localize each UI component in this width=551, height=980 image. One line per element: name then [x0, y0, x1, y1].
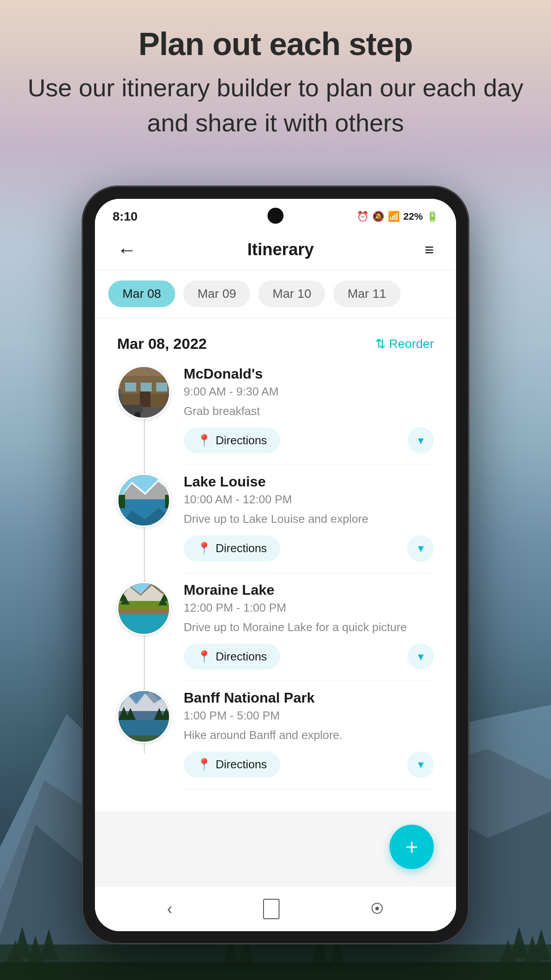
date-header: Mar 08, 2022 ⇅ Reorder — [117, 332, 434, 352]
svg-rect-20 — [0, 962, 551, 980]
svg-rect-49 — [118, 610, 170, 614]
item-note: Grab breakfast — [184, 403, 434, 419]
reorder-button[interactable]: ⇅ Reorder — [375, 336, 434, 351]
nav-title: Itinerary — [248, 240, 314, 259]
directions-button[interactable]: 📍 Directions — [184, 427, 280, 454]
directions-button[interactable]: 📍 Directions — [184, 644, 280, 670]
expand-button[interactable]: ▾ — [407, 427, 434, 454]
camera-notch — [268, 208, 283, 224]
item-content: Banff National Park 1:00 PM - 5:00 PM Hi… — [184, 690, 434, 789]
chevron-down-icon: ▾ — [418, 650, 424, 664]
wifi-icon: 📶 — [388, 211, 400, 222]
svg-rect-28 — [140, 391, 150, 407]
svg-rect-26 — [141, 383, 152, 391]
item-time: 9:00 AM - 9:30 AM — [184, 385, 434, 399]
svg-point-30 — [123, 412, 130, 418]
expand-button[interactable]: ▾ — [407, 751, 434, 778]
android-home-button[interactable] — [263, 899, 279, 919]
item-content: Moraine Lake 12:00 PM - 1:00 PM Drive up… — [184, 582, 434, 681]
status-icons: ⏰ 🔕 📶 22% 🔋 — [357, 211, 438, 222]
map-pin-icon: 📍 — [197, 434, 211, 447]
list-item: Banff National Park 1:00 PM - 5:00 PM Hi… — [117, 690, 434, 789]
itinerary-list: McDonald's 9:00 AM - 9:30 AM Grab breakf… — [117, 366, 434, 789]
item-note: Drive up to Lake Louise and explore — [184, 511, 434, 527]
date-tabs-container: Mar 08 Mar 09 Mar 10 Mar 11 — [95, 270, 456, 318]
directions-label: Directions — [216, 650, 267, 664]
app-nav-bar: ← Itinerary ≡ — [95, 230, 456, 270]
map-pin-icon: 📍 — [197, 758, 211, 771]
list-item: Moraine Lake 12:00 PM - 1:00 PM Drive up… — [117, 582, 434, 681]
date-tab-mar10[interactable]: Mar 10 — [258, 281, 325, 307]
expand-button[interactable]: ▾ — [407, 535, 434, 562]
chevron-down-icon: ▾ — [418, 758, 424, 771]
chevron-down-icon: ▾ — [418, 434, 424, 447]
directions-label: Directions — [216, 541, 267, 555]
list-item: McDonald's 9:00 AM - 9:30 AM Grab breakf… — [117, 366, 434, 465]
item-image-wrap — [117, 474, 170, 573]
battery-text: 22% — [403, 211, 423, 222]
svg-marker-53 — [118, 693, 170, 711]
item-time: 10:00 AM - 12:00 PM — [184, 493, 434, 506]
plus-icon: + — [405, 834, 418, 860]
item-time: 1:00 PM - 5:00 PM — [184, 709, 434, 723]
svg-rect-27 — [156, 383, 167, 391]
status-time: 8:10 — [113, 209, 138, 224]
date-tab-mar08[interactable]: Mar 08 — [108, 281, 175, 307]
item-name: McDonald's — [184, 366, 434, 382]
phone-screen: 8:10 ⏰ 🔕 📶 22% 🔋 ← Itinerary ≡ Mar 08 Ma… — [95, 199, 456, 931]
current-date: Mar 08, 2022 — [117, 335, 207, 352]
add-item-fab[interactable]: + — [390, 825, 434, 869]
page-title: Plan out each step — [0, 27, 551, 62]
android-nav-bar: ‹ ⦿ — [95, 887, 456, 931]
directions-label: Directions — [216, 758, 267, 771]
item-actions: 📍 Directions ▾ — [184, 427, 434, 454]
svg-rect-39 — [165, 495, 170, 508]
svg-rect-59 — [118, 735, 170, 743]
svg-rect-29 — [121, 405, 143, 414]
item-image-wrap — [117, 690, 170, 789]
mcdonalds-image — [117, 366, 170, 419]
item-content: Lake Louise 10:00 AM - 12:00 PM Drive up… — [184, 474, 434, 573]
item-name: Banff National Park — [184, 690, 434, 706]
item-name: Lake Louise — [184, 474, 434, 490]
directions-button[interactable]: 📍 Directions — [184, 535, 280, 561]
content-area: Mar 08, 2022 ⇅ Reorder — [95, 318, 456, 811]
banff-image — [117, 690, 170, 743]
item-time: 12:00 PM - 1:00 PM — [184, 601, 434, 615]
list-item: Lake Louise 10:00 AM - 12:00 PM Drive up… — [117, 474, 434, 573]
map-pin-icon: 📍 — [197, 650, 211, 664]
item-name: Moraine Lake — [184, 582, 434, 598]
expand-button[interactable]: ▾ — [407, 643, 434, 670]
item-note: Hike around Banff and explore. — [184, 727, 434, 743]
directions-label: Directions — [216, 434, 267, 447]
page-subtitle: Use our itinerary builder to plan our ea… — [0, 71, 551, 140]
item-actions: 📍 Directions ▾ — [184, 643, 434, 670]
reorder-icon: ⇅ — [375, 336, 386, 351]
battery-icon: 🔋 — [426, 211, 438, 222]
item-image-wrap — [117, 582, 170, 681]
header-section: Plan out each step Use our itinerary bui… — [0, 27, 551, 140]
back-button[interactable]: ← — [117, 239, 137, 261]
date-tab-mar11[interactable]: Mar 11 — [333, 281, 400, 307]
alarm-icon: ⏰ — [357, 211, 369, 222]
silent-icon: 🔕 — [372, 211, 384, 222]
android-recents-button[interactable]: ⦿ — [370, 901, 384, 917]
phone-mockup: 8:10 ⏰ 🔕 📶 22% 🔋 ← Itinerary ≡ Mar 08 Ma… — [83, 186, 468, 944]
menu-button[interactable]: ≡ — [425, 241, 434, 259]
phone-frame: 8:10 ⏰ 🔕 📶 22% 🔋 ← Itinerary ≡ Mar 08 Ma… — [83, 186, 468, 944]
reorder-label: Reorder — [389, 337, 434, 351]
directions-button[interactable]: 📍 Directions — [184, 751, 280, 778]
svg-rect-48 — [118, 612, 170, 635]
svg-point-31 — [134, 412, 141, 418]
item-image-wrap — [117, 366, 170, 465]
moraine-lake-image — [117, 582, 170, 635]
android-back-button[interactable]: ‹ — [167, 900, 172, 918]
chevron-down-icon: ▾ — [418, 541, 424, 555]
lake-louise-image — [117, 474, 170, 527]
svg-rect-25 — [125, 383, 136, 391]
item-actions: 📍 Directions ▾ — [184, 535, 434, 562]
date-tab-mar09[interactable]: Mar 09 — [183, 281, 250, 307]
item-actions: 📍 Directions ▾ — [184, 751, 434, 778]
svg-rect-54 — [118, 720, 170, 735]
svg-rect-38 — [118, 495, 125, 508]
